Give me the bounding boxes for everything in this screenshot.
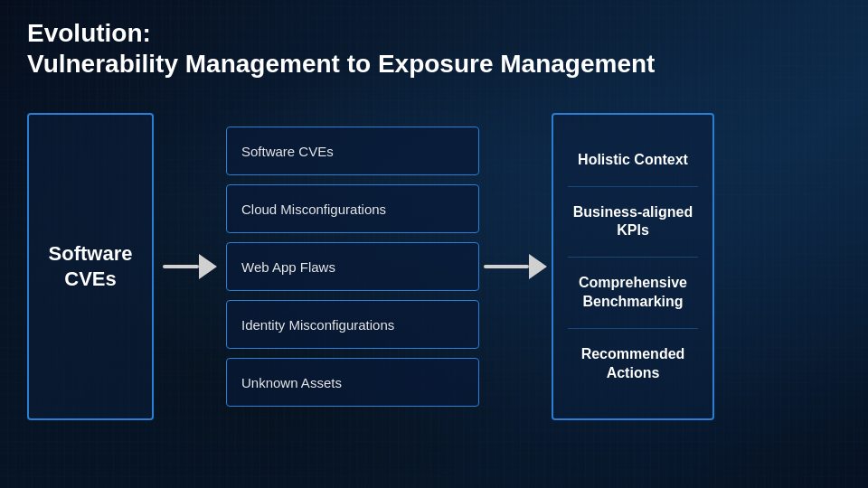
middle-item-software-cves-label: Software CVEs [241,144,334,159]
title-line1: Evolution: [27,18,841,49]
middle-column: Software CVEs Cloud Misconfigurations We… [226,127,479,407]
arrow-left-head [199,254,217,279]
title-section: Evolution: Vulnerability Management to E… [27,18,841,79]
middle-item-identity-misconfigurations: Identity Misconfigurations [226,300,479,349]
arrow-left-shaft [163,265,199,268]
arrow-right [484,254,547,279]
middle-item-web-app-flaws: Web App Flaws [226,242,479,291]
middle-item-cloud-misconfigurations: Cloud Misconfigurations [226,184,479,233]
left-box: Software CVEs [27,113,154,420]
arrow-right-shaft [484,265,529,268]
left-box-label: Software CVEs [29,241,152,293]
right-item-benchmarking: Comprehensive Benchmarking [568,265,698,321]
right-box: Holistic Context Business-aligned KPIs C… [552,113,714,420]
middle-item-software-cves: Software CVEs [226,127,479,175]
middle-item-web-app-flaws-label: Web App Flaws [241,259,335,275]
right-item-recommended-actions: Recommended Actions [568,336,698,392]
right-item-business-kpis: Business-aligned KPIs [568,194,698,250]
middle-item-unknown-assets: Unknown Assets [226,358,479,407]
title-line2: Vulnerability Management to Exposure Man… [27,49,841,80]
right-divider-2 [568,257,698,258]
middle-item-identity-misconfigurations-label: Identity Misconfigurations [241,317,394,333]
diagram: Software CVEs Software CVEs Cloud Miscon… [27,95,841,438]
middle-item-cloud-misconfigurations-label: Cloud Misconfigurations [241,202,386,217]
arrow-left-container [154,254,226,279]
arrow-left [163,254,217,279]
right-divider-3 [568,328,698,329]
main-content: Evolution: Vulnerability Management to E… [0,0,868,488]
arrow-right-container [479,254,552,279]
right-divider-1 [568,186,698,187]
middle-item-unknown-assets-label: Unknown Assets [241,375,342,390]
right-item-holistic-context: Holistic Context [568,142,698,179]
arrow-right-head [529,254,547,279]
